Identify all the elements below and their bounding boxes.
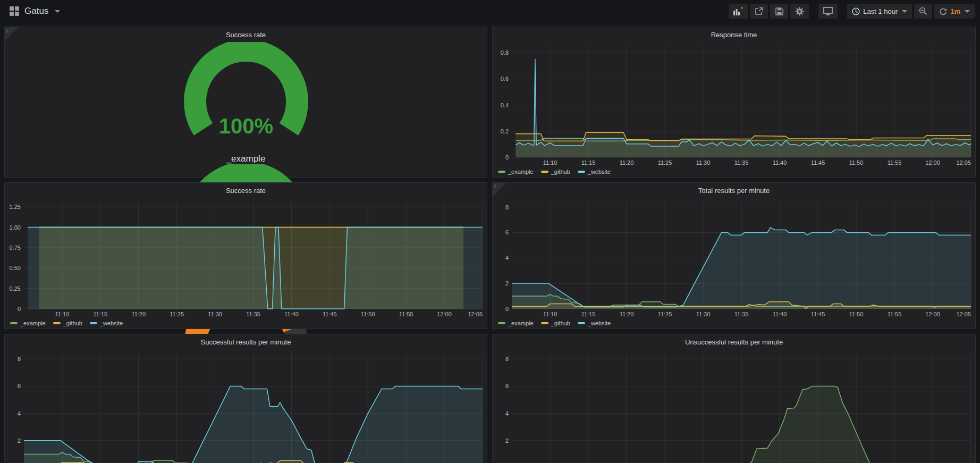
panel-title[interactable]: Unsuccessful results per minute	[493, 334, 975, 349]
svg-text:12:05: 12:05	[956, 311, 971, 317]
svg-text:11:55: 11:55	[399, 311, 413, 317]
plot-area[interactable]: 00.250.500.751.001.2511:1011:1511:2011:2…	[5, 198, 487, 318]
svg-text:11:10: 11:10	[55, 311, 70, 317]
settings-button[interactable]	[790, 4, 809, 19]
svg-text:11:10: 11:10	[543, 311, 557, 317]
svg-text:11:25: 11:25	[170, 311, 184, 317]
svg-text:0.50: 0.50	[10, 265, 21, 271]
svg-text:11:35: 11:35	[734, 159, 749, 166]
legend-item-_github[interactable]: _github	[541, 169, 570, 175]
svg-text:11:45: 11:45	[811, 311, 825, 317]
save-button[interactable]	[770, 4, 788, 19]
svg-text:11:35: 11:35	[734, 311, 749, 317]
svg-text:0.75: 0.75	[10, 245, 21, 251]
dashboard-title: Gatus	[24, 6, 48, 16]
chevron-down-icon	[902, 10, 907, 13]
panel-info-icon[interactable]: i	[5, 27, 19, 41]
successful-results-chart: 0246811:1011:1511:2011:2511:3011:3511:40…	[5, 349, 487, 463]
svg-text:11:40: 11:40	[284, 311, 299, 317]
svg-text:11:10: 11:10	[543, 159, 557, 166]
dashboard-picker[interactable]: Gatus	[5, 4, 64, 19]
clock-icon	[852, 7, 860, 15]
svg-text:0.2: 0.2	[501, 128, 509, 134]
svg-text:11:45: 11:45	[323, 311, 337, 317]
legend-item-_website[interactable]: _website	[578, 169, 611, 175]
panel-success-rate-gauges: i Success rate 100%_example100%_github78…	[4, 27, 487, 178]
legend-item-_example[interactable]: _example	[498, 169, 534, 175]
svg-text:11:15: 11:15	[93, 311, 107, 317]
plot-area[interactable]: 0246811:1011:1511:2011:2511:3011:3511:40…	[493, 198, 975, 318]
legend-item-_website[interactable]: _website	[578, 320, 611, 326]
svg-text:11:30: 11:30	[208, 311, 222, 317]
svg-text:11:55: 11:55	[888, 311, 902, 317]
monitor-icon	[823, 7, 833, 15]
svg-text:6: 6	[505, 229, 509, 235]
total-results-chart: 0246811:1011:1511:2011:2511:3011:3511:40…	[493, 198, 975, 329]
svg-text:0.4: 0.4	[501, 102, 509, 108]
refresh-button[interactable]: 1m	[934, 4, 975, 19]
legend-item-_website[interactable]: _website	[90, 320, 123, 326]
svg-text:4: 4	[505, 410, 509, 417]
panel-success-rate-timeseries: Success rate 00.250.500.751.001.2511:101…	[4, 182, 487, 329]
svg-text:11:30: 11:30	[696, 159, 711, 166]
svg-text:11:40: 11:40	[773, 159, 787, 166]
panel-unsuccessful-results: Unsuccessful results per minute 0246811:…	[492, 334, 976, 463]
panel-response-time: Response time 00.20.40.60.811:1011:1511:…	[492, 27, 976, 178]
gauge-label: _example	[226, 154, 266, 164]
plot-area[interactable]: 0246811:1011:1511:2011:2511:3011:3511:40…	[5, 349, 487, 463]
dashboard-grid: i Success rate 100%_example100%_github78…	[0, 22, 980, 463]
svg-text:6: 6	[18, 383, 21, 389]
time-range-picker[interactable]: Last 1 hour	[847, 4, 912, 19]
svg-text:0: 0	[505, 306, 509, 312]
legend: _example_github_website	[493, 166, 975, 177]
svg-text:8: 8	[505, 204, 509, 211]
svg-text:8: 8	[505, 356, 509, 362]
svg-text:12:00: 12:00	[925, 159, 940, 166]
svg-text:0.25: 0.25	[10, 285, 21, 292]
legend-item-_example[interactable]: _example	[10, 320, 46, 326]
gauge-_example[interactable]: 100%_example	[166, 42, 326, 164]
legend-item-_github[interactable]: _github	[53, 320, 82, 326]
legend-item-_github[interactable]: _github	[541, 320, 570, 326]
svg-text:0: 0	[505, 154, 509, 161]
add-panel-button[interactable]	[729, 4, 748, 19]
svg-text:11:25: 11:25	[658, 311, 672, 317]
svg-text:11:35: 11:35	[246, 311, 260, 317]
svg-text:2: 2	[505, 280, 509, 287]
svg-text:11:15: 11:15	[581, 311, 596, 317]
response-time-chart: 00.20.40.60.811:1011:1511:2011:2511:3011…	[493, 42, 975, 177]
svg-text:11:55: 11:55	[888, 159, 902, 166]
svg-text:12:00: 12:00	[437, 311, 452, 317]
cycle-view-button[interactable]	[818, 4, 838, 19]
svg-text:100%: 100%	[218, 114, 273, 138]
panel-title[interactable]: Success rate	[5, 183, 487, 198]
plot-area[interactable]: 0246811:1011:1511:2011:2511:3011:3511:40…	[493, 349, 975, 463]
panel-title[interactable]: Total results per minute	[493, 183, 975, 198]
svg-text:8: 8	[18, 356, 21, 362]
panel-title[interactable]: Successful results per minute	[5, 334, 487, 349]
svg-text:11:15: 11:15	[581, 159, 596, 166]
gauge-arc: 100%	[166, 42, 326, 153]
svg-text:0.8: 0.8	[501, 49, 509, 56]
save-icon	[775, 7, 783, 15]
svg-text:4: 4	[505, 255, 509, 261]
plot-area[interactable]: 00.20.40.60.811:1011:1511:2011:2511:3011…	[493, 42, 975, 166]
time-range-label: Last 1 hour	[863, 7, 898, 15]
svg-text:11:20: 11:20	[620, 311, 634, 317]
svg-text:0: 0	[18, 306, 21, 312]
bar-chart-plus-icon	[733, 7, 743, 15]
panel-info-icon[interactable]: i	[493, 183, 506, 197]
zoom-out-button[interactable]	[914, 4, 932, 19]
share-button[interactable]	[750, 4, 768, 19]
svg-text:12:05: 12:05	[468, 311, 483, 317]
legend-item-_example[interactable]: _example	[498, 320, 534, 326]
refresh-icon	[939, 7, 947, 15]
svg-text:12:00: 12:00	[925, 311, 940, 317]
svg-text:2: 2	[505, 437, 509, 444]
svg-text:11:40: 11:40	[773, 311, 787, 317]
chevron-down-icon	[55, 10, 60, 13]
panel-title[interactable]: Response time	[493, 27, 975, 42]
svg-text:11:50: 11:50	[361, 311, 375, 317]
panel-title[interactable]: Success rate	[5, 27, 487, 42]
svg-text:11:50: 11:50	[849, 311, 864, 317]
